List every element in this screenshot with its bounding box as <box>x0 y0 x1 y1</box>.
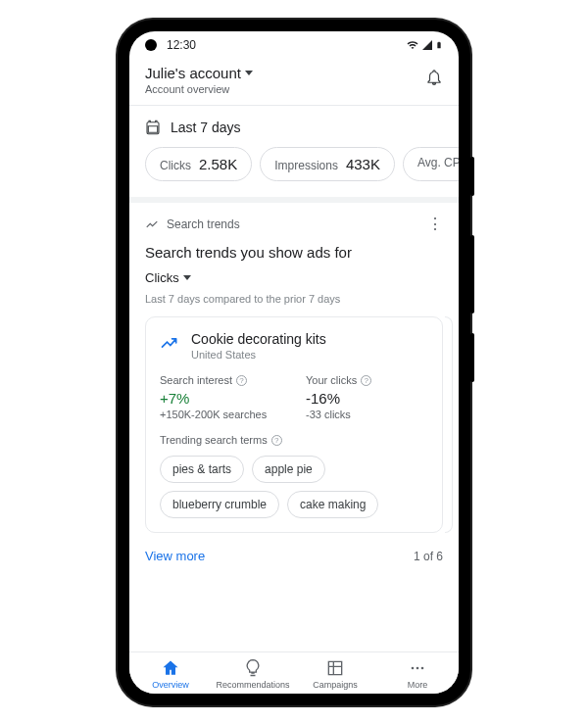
date-range-label: Last 7 days <box>171 120 241 135</box>
notifications-icon[interactable] <box>425 69 443 86</box>
trending-up-icon <box>160 333 179 353</box>
term-pill[interactable]: cake making <box>287 491 378 518</box>
screen: 12:30 Julie's account Account overview <box>129 31 459 694</box>
battery-icon <box>435 38 443 52</box>
account-selector[interactable]: Julie's account <box>145 65 253 81</box>
help-icon[interactable]: ? <box>271 435 282 446</box>
app-header: Julie's account Account overview <box>129 59 459 106</box>
term-pill[interactable]: apple pie <box>252 456 325 483</box>
trend-card[interactable]: Cookie decorating kits United States Sea… <box>145 316 443 533</box>
account-name: Julie's account <box>145 65 241 81</box>
date-range-selector[interactable]: Last 7 days <box>129 106 459 147</box>
svg-point-2 <box>421 667 424 670</box>
your-clicks-stat: Your clicks ? -16% -33 clicks <box>306 374 428 420</box>
wifi-icon <box>406 39 419 51</box>
stat-pill-avg-cp[interactable]: Avg. CP <box>403 147 459 181</box>
svg-point-1 <box>416 667 419 670</box>
nav-more[interactable]: More <box>376 658 459 690</box>
camera-dot <box>145 39 157 51</box>
status-time: 12:30 <box>167 38 196 52</box>
nav-campaigns[interactable]: Campaigns <box>294 658 376 690</box>
compare-text: Last 7 days compared to the prior 7 days <box>145 293 443 305</box>
status-bar: 12:30 <box>129 31 459 59</box>
trend-card-region: United States <box>191 349 326 361</box>
next-card-peek[interactable] <box>445 316 453 533</box>
campaigns-icon <box>325 658 345 678</box>
stat-label: Impressions <box>274 159 338 172</box>
nav-recommendations[interactable]: Recommendations <box>212 658 294 690</box>
phone-side-button <box>470 333 474 382</box>
section-title: Search trends you show ads for <box>145 244 443 261</box>
section-eyebrow: Search trends <box>145 217 240 231</box>
phone-side-button <box>470 235 474 313</box>
help-icon[interactable]: ? <box>236 375 247 386</box>
stat-value: 433K <box>346 156 380 172</box>
search-trends-section: Search trends ⋮ Search trends you show a… <box>129 203 459 579</box>
trending-terms-row: pies & tarts apple pie blueberry crumble… <box>160 456 428 518</box>
search-interest-stat: Search interest ? +7% +150K-200K searche… <box>160 374 282 420</box>
stat-value: 2.58K <box>199 156 237 172</box>
nav-overview[interactable]: Overview <box>129 658 212 690</box>
signal-icon <box>421 39 433 51</box>
header-subtitle: Account overview <box>145 83 253 95</box>
view-more-link[interactable]: View more <box>145 549 205 563</box>
stat-pill-impressions[interactable]: Impressions 433K <box>260 147 395 181</box>
trending-terms-label: Trending search terms ? <box>160 434 428 446</box>
metric-selected: Clicks <box>145 270 179 285</box>
stat-label: Clicks <box>160 159 191 172</box>
svg-point-0 <box>412 667 415 670</box>
phone-frame: 12:30 Julie's account Account overview <box>118 20 470 705</box>
term-pill[interactable]: pies & tarts <box>160 456 244 483</box>
status-indicators <box>406 31 443 59</box>
stat-pill-clicks[interactable]: Clicks 2.58K <box>145 147 252 181</box>
term-pill[interactable]: blueberry crumble <box>160 491 279 518</box>
metric-selector[interactable]: Clicks <box>145 270 443 285</box>
stat-label: Avg. CP <box>417 156 459 169</box>
more-menu-icon[interactable]: ⋮ <box>427 217 443 232</box>
phone-side-button <box>470 157 474 196</box>
trend-card-title: Cookie decorating kits <box>191 331 326 347</box>
your-clicks-delta: -16% <box>306 390 428 407</box>
more-icon <box>408 658 427 678</box>
chevron-down-icon <box>183 275 191 280</box>
help-icon[interactable]: ? <box>361 375 371 386</box>
search-interest-detail: +150K-200K searches <box>160 409 282 420</box>
stats-row[interactable]: Clicks 2.58K Impressions 433K Avg. CP <box>129 147 459 197</box>
content-scroll[interactable]: Last 7 days Clicks 2.58K Impressions 433… <box>129 106 459 651</box>
pager-text: 1 of 6 <box>414 550 443 563</box>
search-interest-delta: +7% <box>160 390 282 407</box>
lightbulb-icon <box>243 658 263 678</box>
trend-icon <box>145 217 159 231</box>
calendar-icon <box>145 120 161 135</box>
home-icon <box>161 658 180 678</box>
bottom-nav: Overview Recommendations Campaigns More <box>129 651 459 694</box>
your-clicks-detail: -33 clicks <box>306 409 428 420</box>
chevron-down-icon <box>245 71 253 75</box>
